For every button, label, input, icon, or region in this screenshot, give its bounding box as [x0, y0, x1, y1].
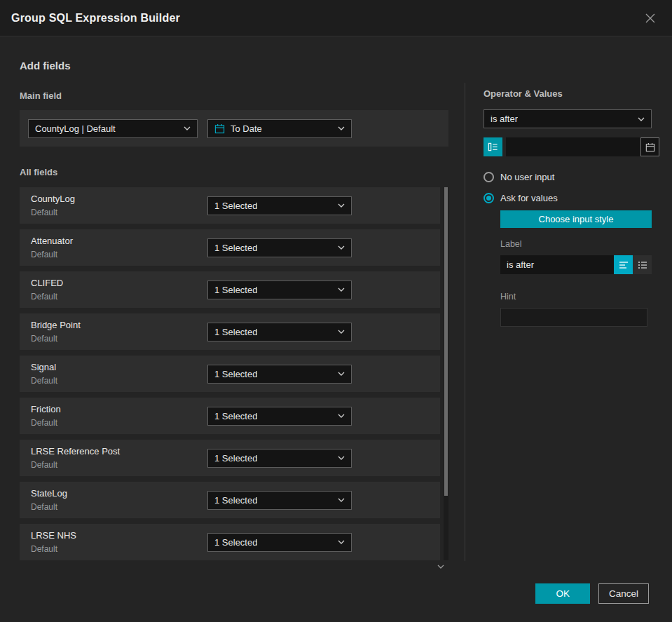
field-selection-dropdown[interactable]: 1 Selected	[207, 196, 352, 215]
label-input-row	[500, 255, 652, 274]
field-selection-value: 1 Selected	[214, 453, 257, 464]
field-list-icon	[488, 142, 498, 152]
chevron-down-icon	[338, 288, 345, 292]
field-selection-value: 1 Selected	[214, 369, 257, 379]
field-selection-dropdown[interactable]: 1 Selected	[207, 238, 352, 257]
list-style-button[interactable]	[633, 255, 652, 274]
choose-input-style-button[interactable]: Choose input style	[500, 210, 652, 228]
close-button[interactable]	[640, 8, 661, 29]
main-field-select-value: CountyLog | Default	[35, 123, 116, 134]
chevron-down-icon	[338, 245, 345, 250]
date-field-select-value: To Date	[231, 123, 262, 134]
chevron-down-icon	[338, 540, 345, 544]
label-input[interactable]	[500, 255, 614, 274]
field-selection-dropdown[interactable]: 1 Selected	[207, 365, 352, 384]
field-row: Bridge Point Default 1 Selected	[20, 313, 440, 350]
scroll-down-icon[interactable]	[437, 564, 444, 569]
dialog-body: Add fields Main field CountyLog | Defaul…	[0, 36, 672, 566]
scrollbar-thumb[interactable]	[444, 187, 448, 496]
field-selection-dropdown[interactable]: 1 Selected	[207, 491, 352, 510]
field-name: Signal	[31, 362, 207, 372]
column-divider	[465, 83, 465, 561]
hint-input[interactable]	[500, 308, 647, 327]
main-field-label: Main field	[20, 90, 448, 101]
calendar-icon	[645, 142, 655, 152]
bullet-list-icon	[638, 261, 647, 269]
radio-label: Ask for values	[500, 193, 558, 203]
field-subtitle: Default	[31, 250, 207, 259]
chevron-down-icon	[338, 498, 345, 502]
field-subtitle: Default	[31, 292, 207, 302]
value-input-row	[484, 137, 652, 156]
chevron-down-icon	[638, 117, 645, 121]
radio-label: No user input	[500, 172, 554, 182]
radio-circle-checked-icon	[484, 193, 494, 203]
date-picker-button[interactable]	[640, 137, 659, 156]
field-subtitle: Default	[31, 502, 207, 512]
chevron-down-icon	[338, 126, 345, 130]
operator-values-title: Operator & Values	[484, 88, 652, 99]
field-name: Bridge Point	[31, 320, 207, 330]
radio-no-user-input[interactable]: No user input	[484, 172, 652, 182]
field-info: LRSE NHS Default	[31, 530, 207, 554]
field-name: CLIFED	[31, 278, 207, 288]
field-selection-value: 1 Selected	[214, 327, 257, 337]
field-selection-dropdown[interactable]: 1 Selected	[207, 449, 352, 468]
chevron-down-icon	[184, 126, 191, 130]
group-sql-expression-builder-dialog: Group SQL Expression Builder Add fields …	[0, 0, 672, 622]
field-name: LRSE NHS	[31, 530, 207, 541]
chevron-down-icon	[338, 372, 345, 376]
operator-select-value: is after	[491, 114, 518, 124]
align-left-icon	[619, 261, 629, 269]
chevron-down-icon	[338, 330, 345, 334]
chevron-down-icon	[338, 456, 345, 460]
field-selection-dropdown[interactable]: 1 Selected	[207, 533, 352, 552]
date-field-select[interactable]: To Date	[207, 119, 352, 138]
calendar-icon	[214, 123, 225, 134]
field-subtitle: Default	[31, 376, 207, 386]
field-info: Bridge Point Default	[31, 320, 207, 344]
field-info: Signal Default	[31, 362, 207, 386]
chevron-down-icon	[338, 414, 345, 418]
field-row: LRSE NHS Default 1 Selected	[20, 524, 440, 560]
label-caption: Label	[500, 239, 652, 249]
date-value-input[interactable]	[506, 137, 640, 156]
field-row: LRSE Reference Post Default 1 Selected	[20, 440, 440, 476]
field-info: CLIFED Default	[31, 278, 207, 302]
field-selection-value: 1 Selected	[214, 495, 257, 506]
main-field-panel: CountyLog | Default To Date	[20, 110, 448, 147]
hint-caption: Hint	[500, 292, 652, 302]
field-row: CountyLog Default 1 Selected	[20, 187, 440, 224]
cancel-button[interactable]: Cancel	[598, 583, 649, 604]
field-selection-value: 1 Selected	[214, 201, 257, 211]
field-name: LRSE Reference Post	[31, 446, 207, 457]
dialog-footer: OK Cancel	[535, 583, 649, 604]
field-info: StateLog Default	[31, 488, 207, 512]
field-selection-dropdown[interactable]: 1 Selected	[207, 323, 352, 342]
field-mode-toggle-button[interactable]	[484, 137, 502, 156]
field-selection-dropdown[interactable]: 1 Selected	[207, 407, 352, 426]
ok-button[interactable]: OK	[535, 583, 590, 604]
field-info: CountyLog Default	[31, 194, 207, 217]
operator-select[interactable]: is after	[484, 109, 652, 128]
field-selection-value: 1 Selected	[214, 285, 257, 295]
add-fields-panel: Add fields Main field CountyLog | Defaul…	[20, 36, 448, 566]
field-row: Signal Default 1 Selected	[20, 356, 440, 392]
field-selection-dropdown[interactable]: 1 Selected	[207, 280, 352, 299]
field-name: Friction	[31, 404, 207, 414]
field-selection-value: 1 Selected	[214, 411, 257, 421]
field-selection-value: 1 Selected	[214, 537, 257, 548]
single-line-style-button[interactable]	[614, 255, 633, 274]
field-name: Attenuator	[31, 236, 207, 246]
main-field-select[interactable]: CountyLog | Default	[28, 119, 198, 138]
radio-ask-for-values[interactable]: Ask for values	[484, 193, 652, 203]
chevron-down-icon	[338, 203, 345, 208]
vertical-scrollbar[interactable]	[444, 187, 448, 560]
field-name: StateLog	[31, 488, 207, 499]
close-icon	[645, 13, 656, 24]
field-row: StateLog Default 1 Selected	[20, 482, 440, 518]
radio-circle-icon	[484, 172, 494, 182]
field-info: LRSE Reference Post Default	[31, 446, 207, 470]
field-row: CLIFED Default 1 Selected	[20, 271, 440, 308]
field-subtitle: Default	[31, 334, 207, 344]
